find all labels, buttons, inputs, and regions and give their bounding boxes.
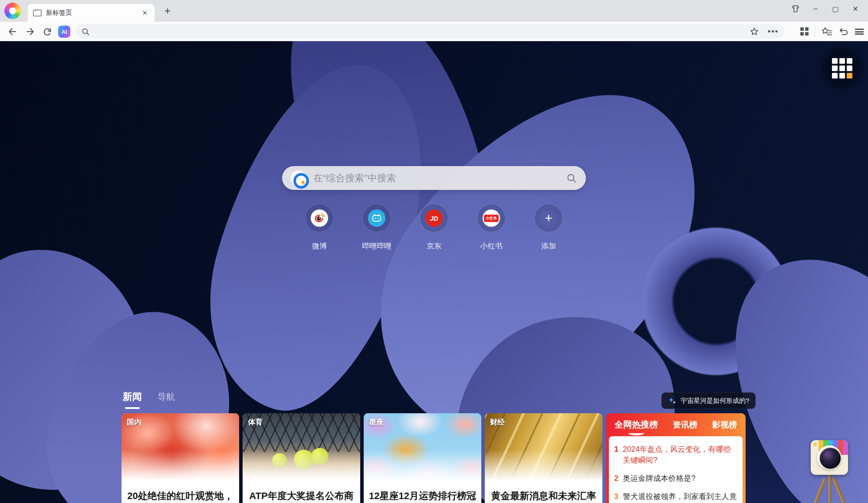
new-tab-button[interactable]: +	[161, 5, 174, 17]
news-card-horoscope[interactable]: 星座 12星座12月运势排行榜冠	[364, 413, 481, 503]
feed-tabs: 新闻 导航	[123, 390, 175, 409]
quick-link-weibo[interactable]: 微博	[291, 204, 348, 251]
tab-news[interactable]: 新闻	[123, 390, 142, 409]
hot-search-list: 1 2024年盘点，风云变化，有哪些关键瞬间? 2 奥运金牌成本价格是? 3 警…	[609, 436, 743, 503]
tab-title: 新标签页	[46, 9, 140, 17]
new-tab-page: 微博 哔哩哔哩 JD 京东 小红书 小	[0, 41, 868, 503]
hot-item[interactable]: 3 警犬退役被领养，到家看到主人竟是昔日训练员，放飞自我了	[614, 491, 737, 503]
apps-grid-icon[interactable]	[819, 45, 865, 91]
refresh-icon[interactable]	[40, 24, 55, 39]
card-image-gold-bars: 财经	[485, 413, 602, 483]
xiaohongshu-icon: 小红书	[483, 209, 500, 227]
news-card-domestic[interactable]: 国内 20处绝佳的红叶观赏地，	[122, 413, 239, 503]
ai-suggestion-bubble[interactable]: 宇宙星河是如何形成的?	[661, 392, 756, 409]
camera-body	[811, 440, 848, 475]
card-image-tennis: 体育	[243, 413, 360, 483]
sparkle-icon	[668, 396, 677, 405]
ai-assistant-icon[interactable]: AI	[58, 26, 70, 38]
forward-arrow-icon[interactable]	[23, 24, 37, 39]
address-bar[interactable]: •••	[75, 24, 785, 39]
theme-tshirt-icon[interactable]	[786, 0, 806, 17]
hot-search-card: 全网热搜榜 资讯榜 影视榜 1 2024年盘点，风云变化，有哪些关键瞬间? 2 …	[606, 413, 746, 503]
add-plus-icon: +	[545, 212, 552, 225]
hot-item[interactable]: 2 奥运金牌成本价格是?	[614, 473, 737, 484]
browser-logo-icon[interactable]	[4, 3, 21, 19]
minimize-button[interactable]: –	[806, 0, 825, 17]
hot-tab-all[interactable]: 全网热搜榜	[615, 419, 658, 431]
tab-navigation[interactable]: 导航	[158, 390, 175, 403]
quick-link-xiaohongshu[interactable]: 小红书 小红书	[463, 204, 520, 251]
card-image-umbrellas: 星座	[364, 413, 481, 483]
quick-links-row: 微博 哔哩哔哩 JD 京东 小红书 小	[291, 204, 577, 251]
active-smile-underline	[628, 431, 644, 435]
active-tab-underline	[125, 407, 140, 409]
menu-icon[interactable]	[855, 29, 864, 35]
browser-window: 新标签页 ✕ + – ▢ ✕ AI	[0, 0, 868, 503]
maximize-button[interactable]: ▢	[825, 0, 845, 17]
url-input[interactable]	[94, 28, 750, 35]
home-search-box[interactable]	[282, 166, 586, 190]
favorites-star-list-icon[interactable]	[821, 26, 832, 37]
tab-new-tab-page[interactable]: 新标签页 ✕	[28, 4, 155, 22]
apps-2x2-icon[interactable]	[800, 27, 809, 36]
search-icon	[81, 27, 90, 36]
tab-strip: 新标签页 ✕ + – ▢ ✕	[0, 0, 868, 22]
back-arrow-icon[interactable]	[5, 24, 20, 39]
search-logo-360	[291, 170, 306, 186]
toolbar-right	[800, 24, 864, 39]
page-icon	[33, 10, 42, 16]
quick-link-bilibili[interactable]: 哔哩哔哩	[348, 204, 405, 251]
news-card-sports[interactable]: 体育 ATP年度大奖提名公布商	[243, 413, 360, 503]
home-search-input[interactable]	[313, 173, 566, 184]
weibo-icon	[311, 209, 328, 227]
toolbar: AI •••	[0, 22, 868, 41]
tab-close-icon[interactable]: ✕	[140, 8, 149, 18]
more-dots-icon[interactable]: •••	[768, 27, 779, 36]
news-card-finance[interactable]: 财经 黄金最新消息和未来汇率	[485, 413, 602, 503]
toolbar-divider	[815, 26, 815, 37]
hot-tab-movies[interactable]: 影视榜	[712, 419, 737, 431]
magnifier-icon[interactable]	[566, 173, 577, 184]
jd-icon: JD	[425, 209, 443, 227]
quick-link-add[interactable]: + 添加	[520, 204, 577, 251]
card-image-autumn-leaves: 国内	[122, 413, 239, 483]
news-cards-row: 国内 20处绝佳的红叶观赏地， 体育 ATP年度大奖提名公布商 星座 12星座1…	[122, 413, 747, 503]
camera-tripod-icon[interactable]	[810, 440, 850, 503]
bilibili-icon	[368, 209, 385, 227]
undo-icon[interactable]	[838, 26, 849, 37]
hot-tab-news[interactable]: 资讯榜	[673, 419, 697, 431]
quick-link-jd[interactable]: JD 京东	[405, 204, 463, 251]
hot-item[interactable]: 1 2024年盘点，风云变化，有哪些关键瞬间?	[614, 444, 737, 466]
close-button[interactable]: ✕	[845, 0, 865, 17]
titlebar-controls: – ▢ ✕	[786, 0, 865, 17]
hot-search-tabs: 全网热搜榜 资讯榜 影视榜	[606, 413, 746, 436]
bookmark-star-icon[interactable]	[750, 27, 759, 36]
tripod	[810, 474, 850, 503]
